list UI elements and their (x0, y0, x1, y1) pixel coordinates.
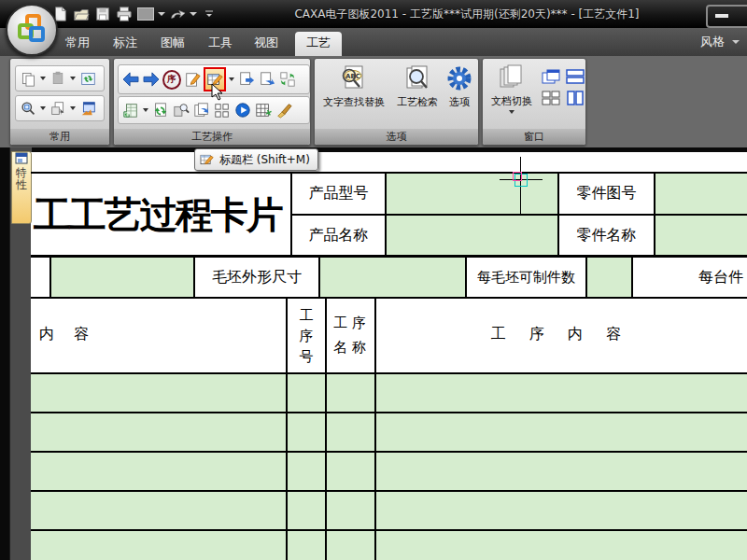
renumber-icon[interactable] (172, 100, 190, 120)
pan-dropdown-icon[interactable] (70, 106, 76, 110)
panel-window-label: 窗口 (483, 129, 585, 145)
find-replace-button[interactable]: ABC 文字查找替换 (317, 64, 391, 109)
style-menu[interactable]: 风格 (700, 34, 725, 50)
panel-window: 文档切换 窗口 (482, 58, 586, 146)
back-icon[interactable] (121, 69, 140, 90)
import-table-icon[interactable] (121, 100, 140, 120)
table-row[interactable] (31, 374, 747, 412)
title-bar-dropdown-icon[interactable] (229, 77, 234, 81)
arrange-icons-icon[interactable] (541, 90, 561, 105)
process-search-button[interactable]: 工艺检索 (393, 64, 442, 109)
style-chevron-icon[interactable] (732, 40, 740, 44)
options-button[interactable]: 选项 (444, 64, 475, 109)
tab-common[interactable]: 常用 (60, 34, 95, 52)
minimize-icon (715, 14, 728, 18)
tab-view[interactable]: 视图 (248, 34, 284, 52)
copy-to-page-icon[interactable] (258, 69, 276, 90)
step-name-header: 工 序名 称 (325, 311, 374, 359)
zoom-icon[interactable] (19, 98, 37, 119)
update-sheet-icon[interactable] (151, 100, 170, 120)
copy-to-next-icon[interactable] (237, 69, 256, 90)
field-part-name-value[interactable] (655, 216, 747, 255)
title-bar-tooltip-icon (200, 153, 215, 166)
doc-switch-icon (498, 63, 526, 91)
ribbon-tab-bar: 常用 标注 图幅 工具 视图 工艺 风格 (0, 28, 747, 57)
minimize-button[interactable] (706, 5, 747, 28)
forward-icon[interactable] (142, 69, 161, 90)
pieces-per-unit-header: 每台件 (633, 258, 743, 297)
part-drawing-no-header: 零件图号 (559, 174, 654, 214)
plot-style-dropdown-icon[interactable] (158, 12, 165, 16)
tile-pages-icon[interactable] (213, 100, 232, 120)
panel-process-ops: 序 (113, 58, 311, 146)
tab-annotate[interactable]: 标注 (107, 34, 143, 52)
panel-options-label: 选项 (315, 129, 478, 145)
field-pieces-per-blank-value[interactable] (587, 258, 631, 297)
field-product-name-value[interactable] (387, 216, 557, 255)
cascade-windows-icon[interactable] (541, 68, 561, 84)
swap-cells-icon[interactable] (278, 69, 297, 90)
paste-icon[interactable] (49, 68, 67, 89)
panel-common-label: 常用 (10, 129, 109, 145)
ribbon: 常用 序 (0, 56, 747, 147)
table-row[interactable] (31, 453, 747, 490)
field-blank-dimensions-value[interactable] (320, 258, 465, 297)
refresh-window-icon[interactable] (78, 68, 97, 89)
table-row[interactable] (31, 492, 747, 529)
field-part-drawing-no-value[interactable] (655, 174, 747, 214)
properties-icon (15, 152, 28, 164)
tab-process[interactable]: 工艺 (295, 32, 342, 56)
open-file-icon[interactable] (72, 5, 91, 23)
find-replace-icon: ABC (340, 64, 368, 92)
properties-panel-tab[interactable]: 特性 (11, 151, 32, 224)
copy-icon[interactable] (19, 68, 37, 89)
process-search-icon (403, 64, 431, 92)
tile-horizontal-icon[interactable] (565, 68, 585, 84)
save-icon[interactable] (93, 5, 112, 23)
sequence-icon[interactable]: 序 (162, 69, 181, 90)
table-row[interactable] (31, 413, 747, 451)
move-page-icon[interactable] (192, 100, 211, 120)
panel-options: ABC 文字查找替换 工艺检索 (314, 58, 479, 146)
window-title: CAXA电子图板2011 - 工艺版***试用期(还剩20天)*** - [工艺… (187, 7, 747, 22)
blank-dimensions-header: 毛坯外形尺寸 (195, 258, 318, 297)
card-title: 工工艺过程卡片 (34, 177, 288, 252)
tooltip-label: 标题栏 (Shift+M) (219, 152, 310, 168)
tile-vertical-icon[interactable] (565, 90, 585, 105)
product-model-header: 产品型号 (292, 174, 385, 214)
tooltip: 标题栏 (Shift+M) (194, 148, 318, 171)
play-demo-icon[interactable] (233, 100, 252, 120)
step-no-header: 工序号 (286, 305, 327, 367)
step-content-header: 工 序 内 容 (374, 315, 747, 353)
content-header: 内 容 (39, 315, 123, 353)
app-logo[interactable] (6, 4, 58, 56)
doc-switch-button[interactable]: 文档切换 (486, 63, 538, 114)
mouse-cursor (211, 83, 224, 102)
gear-icon (445, 64, 473, 92)
pan-icon[interactable] (49, 98, 67, 119)
print-icon[interactable] (115, 5, 134, 23)
redo-icon[interactable] (168, 5, 187, 23)
copy-dropdown-icon[interactable] (40, 77, 46, 80)
panel-process-ops-label: 工艺操作 (114, 129, 310, 145)
tab-tools[interactable]: 工具 (203, 34, 238, 52)
show-window-icon[interactable] (78, 98, 97, 119)
part-name-header: 零件名称 (559, 216, 654, 255)
fill-table-icon[interactable] (254, 100, 273, 120)
panel-common: 常用 (9, 58, 110, 146)
pieces-per-blank-header: 每毛坯可制件数 (467, 258, 585, 297)
edit-card-icon[interactable] (183, 69, 202, 90)
crosshair-snap-marker (513, 172, 522, 181)
format-brush-icon[interactable] (275, 100, 293, 120)
plot-style-icon[interactable] (136, 5, 155, 23)
zoom-dropdown-icon[interactable] (40, 106, 46, 110)
field-material-value[interactable] (51, 258, 193, 297)
table-row[interactable] (31, 531, 747, 560)
tab-sheet[interactable]: 图幅 (155, 34, 190, 52)
doc-switch-dropdown-icon[interactable] (509, 110, 514, 114)
product-name-header: 产品名称 (292, 216, 385, 255)
application-window: CAXA电子图板2011 - 工艺版***试用期(还剩20天)*** - [工艺… (0, 0, 747, 560)
paste-dropdown-icon[interactable] (70, 77, 76, 80)
import-table-dropdown-icon[interactable] (143, 108, 148, 112)
svg-text:ABC: ABC (345, 73, 360, 80)
